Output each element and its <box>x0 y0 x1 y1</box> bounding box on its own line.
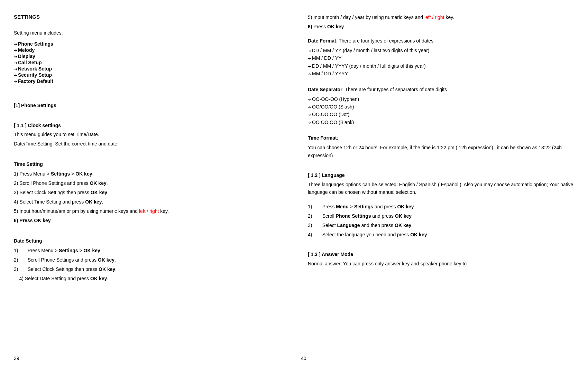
list-item: OO-OO-OO (Hyphen) <box>308 95 574 103</box>
section1-header: [1] Phone Settings <box>14 103 280 108</box>
lang-step3: 3) Select Language and then press OK key <box>308 222 574 229</box>
time-step2: 2) Scroll Phone Settings and press OK ke… <box>14 180 280 187</box>
right-date-step6: 6) Press OK key <box>308 23 574 30</box>
time-format-body: You can choose 12h or 24 hours. For exam… <box>308 144 574 159</box>
list-item: MM / DD / YYYY <box>308 70 574 77</box>
time-setting-header: Time Setting <box>14 161 280 167</box>
answer-mode-body: Normal answer: You can press only answer… <box>308 260 574 267</box>
date-step4: 4) Select Date Setting and press OK key. <box>14 275 280 282</box>
lang-step2: 2) Scroll Phone Settings and press OK ke… <box>308 213 574 220</box>
list-item: Network Setup <box>14 66 280 72</box>
time-step3: 3) Select Clock Settings then press OK k… <box>14 189 280 196</box>
time-step6: 6) Press OK key <box>14 217 280 224</box>
date-step1: 1) Press Menu > Settings > OK key <box>14 247 280 254</box>
section13-header: [ 1.3 ] Answer Mode <box>308 252 574 257</box>
time-format-section: Time Format: <box>308 134 574 142</box>
date-step3: 3) Select Clock Settings then press OK k… <box>14 266 280 273</box>
date-separator-section: Date Separator: There are four types of … <box>308 86 574 93</box>
list-item: OO OO OO (Blank) <box>308 119 574 126</box>
date-step2: 2) Scroll Phone Settings and press OK ke… <box>14 256 280 264</box>
settings-title: SETTINGS <box>14 14 280 20</box>
left-column: SETTINGS Setting menu includes: Phone Se… <box>14 10 294 358</box>
page-number-left: 39 <box>14 356 19 361</box>
intro-text: Setting menu includes: <box>14 30 280 36</box>
list-item: Security Setup <box>14 72 280 78</box>
date-separator-list: OO-OO-OO (Hyphen) OO/OO/OO (Slash) OO.OO… <box>308 95 574 126</box>
language-body: Three languages options can be selected:… <box>308 181 574 196</box>
time-step1: 1) Press Menu > Settings > OK key <box>14 170 280 178</box>
page-number-right: 40 <box>301 356 306 361</box>
time-step4: 4) Select Time Setting and press OK key. <box>14 198 280 206</box>
list-item: OO/OO/OO (Slash) <box>308 103 574 111</box>
section11-header: [ 1.1 ] Clock settings <box>14 123 280 128</box>
date-format-list: DD / MM / YY (day / month / last two dig… <box>308 47 574 78</box>
list-item: Factory Default <box>14 78 280 84</box>
list-item: Display <box>14 54 280 59</box>
list-item: MM / DD / YY <box>308 54 574 62</box>
list-item: Call Setup <box>14 60 280 65</box>
list-item: OO.OO.OO (Dot) <box>308 111 574 118</box>
clock-intro2: Date/Time Setting: Set the correct time … <box>14 140 280 148</box>
right-column: 5) Input month / day / year by using num… <box>294 10 574 358</box>
right-date-step5: 5) Input month / day / year by using num… <box>308 14 574 21</box>
time-step5: 5) Input hour/minute/am or pm by using n… <box>14 208 280 215</box>
lang-step4: 4) Select the language you need and pres… <box>308 231 574 238</box>
date-format-section: Date Format: There are four types of exp… <box>308 37 574 45</box>
date-setting-header: Date Setting <box>14 238 280 244</box>
section12-header: [ 1.2 ] Language <box>308 172 574 178</box>
menu-list: Phone Settings Melody Display Call Setup… <box>14 41 280 84</box>
list-item: Melody <box>14 47 280 53</box>
list-item: DD / MM / YYYY (day / month / full digit… <box>308 62 574 70</box>
list-item: Phone Settings <box>14 41 280 47</box>
list-item: DD / MM / YY (day / month / last two dig… <box>308 47 574 54</box>
lang-step1: 1) Press Menu > Settings and press OK ke… <box>308 203 574 210</box>
clock-intro1: This menu guides you to set Time/Date. <box>14 131 280 138</box>
